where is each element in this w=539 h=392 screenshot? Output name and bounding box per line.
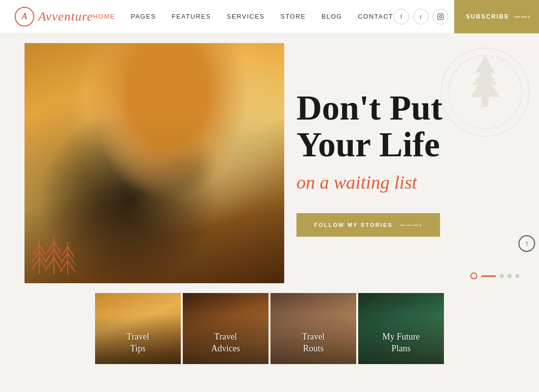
slider-dot-5[interactable] — [515, 274, 519, 278]
nav-store[interactable]: STORE — [280, 13, 306, 20]
subscribe-label: SUBSCRIBE — [466, 13, 510, 20]
hero-subheading: on a waiting list — [296, 172, 510, 194]
twitter-icon[interactable]: t — [413, 9, 429, 24]
follow-stories-button[interactable]: FOLLOW MY STORIES ———› — [296, 213, 440, 237]
card-label-4: My FuturePlans — [358, 331, 444, 354]
svg-line-19 — [54, 242, 61, 253]
svg-rect-0 — [438, 14, 443, 20]
main-nav: HOME PAGES FEATURES SERVICES STORE BLOG … — [93, 13, 393, 20]
nav-services[interactable]: SERVICES — [227, 13, 265, 20]
logo-circle: A — [15, 7, 34, 26]
subscribe-button[interactable]: SUBSCRIBE ——› — [454, 0, 539, 33]
card-label-3: TravelRouts — [270, 331, 356, 354]
slider-dots — [470, 272, 519, 279]
facebook-icon[interactable]: f — [393, 9, 409, 24]
card-future-plans[interactable]: My FuturePlans — [358, 293, 444, 364]
coffee-icon[interactable]: ↑ — [518, 235, 535, 252]
card-label-1: TravelTips — [95, 331, 181, 354]
card-travel-routs[interactable]: TravelRouts — [270, 293, 356, 364]
slider-dot-1[interactable] — [470, 272, 477, 279]
logo[interactable]: A Avventure — [15, 7, 93, 26]
svg-line-18 — [47, 242, 54, 253]
nav-blog[interactable]: BLOG — [321, 13, 342, 20]
follow-arrow: ———› — [400, 222, 423, 228]
subscribe-arrow: ——› — [514, 13, 531, 20]
svg-point-1 — [439, 15, 441, 18]
nav-features[interactable]: FEATURES — [172, 13, 211, 20]
nav-pages[interactable]: PAGES — [131, 13, 156, 20]
slider-dot-4[interactable] — [508, 274, 512, 278]
cards-section: TravelTips TravelAdvices TravelRouts My … — [0, 293, 539, 364]
slider-dot-2[interactable] — [481, 275, 496, 277]
hero-heading: Don't Put Your Life — [296, 90, 510, 164]
follow-label: FOLLOW MY STORIES — [314, 222, 393, 228]
hero-image-container — [0, 33, 267, 293]
hero-content: Don't Put Your Life on a waiting list FO… — [267, 33, 539, 293]
social-icons: f t — [393, 9, 448, 24]
nav-home[interactable]: HOME — [93, 13, 115, 20]
hero-section: ADVENTURES • ARE • FOR • YOU • LET'S — [0, 33, 539, 293]
logo-letter: A — [22, 11, 27, 22]
logo-name: Avventure — [38, 9, 93, 24]
card-travel-tips[interactable]: TravelTips — [95, 293, 181, 364]
svg-line-13 — [32, 251, 39, 262]
nav-contact[interactable]: CONTACT — [358, 13, 393, 20]
site-header: A Avventure HOME PAGES FEATURES SERVICES… — [0, 0, 539, 33]
svg-line-14 — [39, 251, 46, 262]
card-travel-advices[interactable]: TravelAdvices — [183, 293, 269, 364]
svg-point-2 — [441, 15, 442, 15]
instagram-icon[interactable] — [433, 9, 448, 24]
svg-line-15 — [32, 258, 39, 270]
card-label-2: TravelAdvices — [183, 331, 269, 354]
slider-dot-3[interactable] — [500, 274, 504, 278]
svg-line-16 — [39, 258, 47, 270]
pine-decoration — [29, 233, 78, 278]
header-right: f t SUBSCRIBE ——› — [393, 0, 539, 33]
